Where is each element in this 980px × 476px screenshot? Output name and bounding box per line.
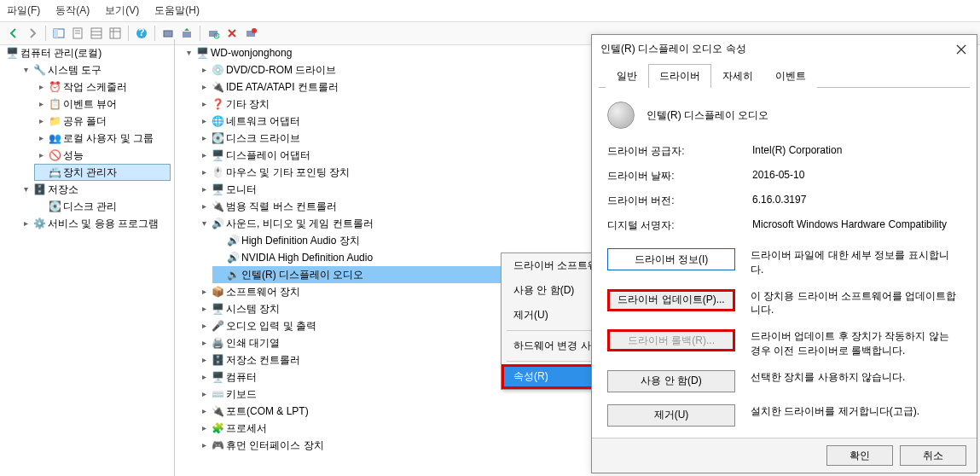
tab-general[interactable]: 일반 (606, 64, 648, 88)
driver-uninstall-button[interactable]: 제거(U) (607, 404, 735, 427)
tree-label: NVIDIA High Definition Audio (241, 250, 373, 265)
expand-icon[interactable]: ▸ (199, 150, 209, 160)
expand-icon[interactable]: ▸ (199, 287, 209, 297)
tree-label: 마우스 및 기타 포인팅 장치 (226, 165, 350, 180)
collapse-icon[interactable]: ▾ (20, 184, 31, 194)
other-icon: ❓ (211, 97, 224, 111)
tree-label: 컴퓨터 (226, 369, 257, 385)
tree-device-manager[interactable]: ▸📇장치 관리자 (34, 164, 171, 181)
menu-bar[interactable]: 파일(F) 동작(A) 보기(V) 도움말(H) (0, 0, 980, 21)
menu-help[interactable]: 도움말(H) (154, 3, 200, 18)
speaker-icon (607, 102, 635, 129)
tree-services[interactable]: ▸⚙️서비스 및 응용 프로그램 (19, 215, 171, 232)
tree-label: 디스크 드라이브 (226, 131, 300, 146)
expand-icon[interactable]: ▸ (199, 167, 209, 177)
driver-update-button[interactable]: 드라이버 업데이트(P)... (607, 289, 735, 311)
expand-icon[interactable]: ▸ (199, 99, 209, 109)
expand-icon[interactable]: ▸ (199, 372, 209, 382)
tree-performance[interactable]: ▸🚫성능 (34, 147, 171, 164)
tab-details[interactable]: 자세히 (711, 64, 764, 88)
svg-text:?: ? (138, 27, 144, 38)
tree-event-viewer[interactable]: ▸📋이벤트 뷰어 (34, 96, 171, 113)
expand-icon[interactable]: ▸ (36, 133, 46, 143)
expand-icon[interactable]: ▸ (199, 133, 209, 143)
tree-label: 로컬 사용자 및 그룹 (63, 131, 154, 146)
tree-label: 프로세서 (226, 421, 267, 436)
tree-storage[interactable]: ▾ 🗄️ 저장소 (19, 181, 171, 198)
disk-icon: 💽 (48, 200, 61, 213)
tree-system-tools[interactable]: ▾ 🔧 시스템 도구 (19, 61, 171, 78)
tree-label: 소프트웨어 장치 (226, 284, 300, 299)
driver-rollback-button[interactable]: 드라이버 롤백(R)... (607, 329, 735, 351)
menu-actions[interactable]: 동작(A) (55, 3, 90, 18)
tree-label: 작업 스케줄러 (63, 79, 127, 95)
menu-file[interactable]: 파일(F) (7, 3, 40, 18)
folder-icon: 📁 (48, 114, 61, 128)
tree-label: 저장소 (48, 182, 78, 197)
expand-icon[interactable]: ▸ (36, 99, 46, 109)
users-icon: 👥 (48, 131, 61, 145)
disk-icon: 💽 (211, 131, 224, 145)
software-icon: 📦 (211, 285, 224, 299)
collapse-icon[interactable]: ▾ (199, 218, 209, 229)
menu-view[interactable]: 보기(V) (105, 3, 139, 18)
dialog-title: 인텔(R) 디스플레이 오디오 속성 (600, 42, 746, 56)
tab-driver[interactable]: 드라이버 (648, 64, 711, 88)
tree-label: 휴먼 인터페이스 장치 (226, 438, 324, 453)
collapse-icon[interactable]: ▾ (183, 48, 194, 58)
storage-icon: 🗄️ (32, 183, 46, 196)
provider-label: 드라이버 공급자: (607, 144, 752, 159)
expand-icon[interactable]: ▸ (36, 82, 46, 92)
expand-icon[interactable]: ▸ (199, 304, 209, 314)
expand-icon[interactable]: ▸ (199, 65, 209, 75)
computer-icon: 🖥️ (211, 370, 224, 384)
driver-info-button[interactable]: 드라이버 정보(I) (607, 248, 735, 270)
expand-icon[interactable]: ▸ (36, 150, 46, 160)
event-icon: 📋 (48, 97, 61, 111)
properties-dialog: 인텔(R) 디스플레이 오디오 속성 일반 드라이버 자세히 이벤트 인텔(R)… (591, 34, 977, 473)
expand-icon[interactable]: ▸ (199, 201, 209, 212)
date-label: 드라이버 날짜: (607, 169, 752, 183)
driver-disable-desc: 선택한 장치를 사용하지 않습니다. (751, 370, 961, 385)
close-button[interactable] (954, 43, 968, 56)
expand-icon[interactable]: ▸ (199, 116, 209, 126)
expand-icon[interactable]: ▸ (199, 338, 209, 348)
expand-icon[interactable]: ▸ (36, 116, 46, 126)
svg-rect-5 (91, 28, 101, 38)
tree-label: 모니터 (226, 182, 257, 197)
tree-local-users[interactable]: ▸👥로컬 사용자 및 그룹 (34, 130, 171, 147)
tree-label: 인쇄 대기열 (226, 335, 280, 351)
driver-disable-button[interactable]: 사용 안 함(D) (607, 370, 735, 392)
tree-label: 범용 직렬 버스 컨트롤러 (226, 199, 337, 214)
driver-rollback-desc: 드라이버 업데이트 후 장치가 작동하지 않는 경우 이전 드라이버로 롤백합니… (751, 329, 961, 358)
expand-icon[interactable]: ▸ (199, 321, 209, 331)
tab-events[interactable]: 이벤트 (764, 64, 817, 88)
usb-icon: 🔌 (211, 200, 224, 213)
tree-task-scheduler[interactable]: ▸⏰작업 스케줄러 (34, 78, 171, 96)
expand-icon[interactable]: ▸ (199, 82, 209, 92)
tree-root-computer-management[interactable]: 🖥️ 컴퓨터 관리(로컬) (3, 44, 171, 61)
expand-icon[interactable]: ▸ (20, 218, 31, 229)
tab-bar: 일반 드라이버 자세히 이벤트 (599, 63, 970, 88)
tree-label: 이벤트 뷰어 (63, 96, 117, 112)
expand-icon[interactable]: ▸ (199, 389, 209, 399)
expand-icon[interactable]: ▸ (199, 440, 209, 450)
device-icon: 📇 (48, 165, 61, 179)
ok-button[interactable]: 확인 (826, 445, 893, 466)
expand-icon[interactable]: ▸ (199, 423, 209, 433)
expand-icon[interactable]: ▸ (199, 406, 209, 416)
version-label: 드라이버 버전: (607, 194, 752, 208)
hid-icon: 🎮 (211, 438, 224, 452)
svg-rect-8 (110, 28, 120, 38)
keyboard-icon: ⌨️ (211, 387, 224, 401)
expand-icon[interactable]: ▸ (199, 355, 209, 365)
cancel-button[interactable]: 취소 (900, 445, 966, 466)
tree-label: 기타 장치 (226, 96, 270, 112)
storage-icon: 🗄️ (211, 353, 224, 367)
cpu-icon: 🧩 (211, 421, 224, 435)
tree-disk-management[interactable]: ▸💽디스크 관리 (34, 198, 171, 215)
expand-icon[interactable]: ▸ (199, 184, 209, 194)
tree-shared-folders[interactable]: ▸📁공유 폴더 (34, 113, 171, 130)
collapse-icon[interactable]: ▾ (20, 65, 31, 75)
system-icon: 🖥️ (211, 302, 224, 316)
